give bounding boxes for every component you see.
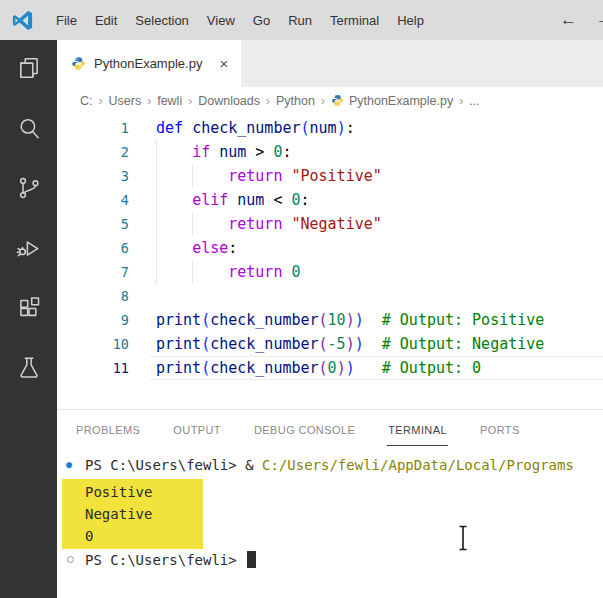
title-bar: FileEditSelectionViewGoRunTerminalHelp ←… [0,0,603,40]
menu-view[interactable]: View [198,13,244,28]
menu-terminal[interactable]: Terminal [321,13,388,28]
breadcrumb-segment[interactable]: Users [107,94,144,108]
breadcrumb-segment[interactable]: C: [78,94,95,108]
code-content: print(check_number(-5)) # Output: Negati… [150,332,603,356]
terminal-output-line: Negative [85,503,203,525]
terminal-output-line: 0 [85,525,203,547]
line-number: 6 [57,236,150,260]
activity-bar [0,40,57,598]
menu-go[interactable]: Go [244,13,279,28]
menu-file[interactable]: File [47,13,86,28]
indent-guide [156,260,157,284]
code-content: print(check_number(10)) # Output: Positi… [150,308,603,332]
terminal[interactable]: ●PS C:\Users\fewli> & C:/Users/fewli/App… [57,448,603,598]
code-line[interactable]: 1def check_number(num): [57,116,603,140]
explorer-icon[interactable] [15,54,42,81]
code-content: return 0 [150,260,603,284]
panel-tab-ports[interactable]: PORTS [479,413,521,446]
panel-tab-terminal[interactable]: TERMINAL [387,413,448,446]
breadcrumb-segment[interactable]: fewli [155,94,184,108]
breadcrumb-segment[interactable]: Python [274,94,317,108]
line-number: 11 [57,356,150,380]
command-decoration-icon[interactable] [67,556,74,563]
code-content: else: [150,236,603,260]
menu-bar: FileEditSelectionViewGoRunTerminalHelp [47,13,433,28]
close-icon[interactable]: × [219,56,228,71]
code-content: print(check_number(0)) # Output: 0 [150,356,603,380]
line-number: 3 [57,164,150,188]
chevron-right-icon: › [455,94,467,108]
chevron-right-icon: › [95,94,107,108]
code-line[interactable]: 8 [57,284,603,308]
vscode-window: { "titlebar": { "menus": ["File", "Edit"… [0,0,603,598]
line-number: 1 [57,116,150,140]
breadcrumb-segment[interactable]: Downloads [196,94,262,108]
python-file-icon [331,94,344,107]
code-content: def check_number(num): [150,116,603,140]
indent-guide [192,212,193,236]
code-content: return "Positive" [150,164,603,188]
line-number: 2 [57,140,150,164]
chevron-right-icon: › [262,94,274,108]
code-line[interactable]: 10print(check_number(-5)) # Output: Nega… [57,332,603,356]
line-number: 9 [57,308,150,332]
line-number: 8 [57,284,150,308]
code-line[interactable]: 2 if num > 0: [57,140,603,164]
code-line[interactable]: 7 return 0 [57,260,603,284]
code-line[interactable]: 3 return "Positive" [57,164,603,188]
terminal-cursor [247,551,256,568]
indent-guide [192,260,193,284]
code-content [150,284,603,308]
extensions-icon[interactable] [15,294,42,321]
chevron-right-icon: › [143,94,155,108]
indent-guide [156,188,157,212]
code-content: elif num < 0: [150,188,603,212]
command-decoration-icon[interactable]: ● [66,454,72,476]
line-number: 10 [57,332,150,356]
indent-guide [156,140,157,164]
panel-tab-debug-console[interactable]: DEBUG CONSOLE [253,413,356,446]
testing-icon[interactable] [15,354,42,381]
code-line[interactable]: 5 return "Negative" [57,212,603,236]
python-file-icon [71,56,86,71]
terminal-output-line: Positive [85,481,203,503]
menu-edit[interactable]: Edit [86,13,126,28]
indent-guide [192,164,193,188]
terminal-command-line[interactable]: ●PS C:\Users\fewli> & C:/Users/fewli/App… [57,454,603,476]
forward-arrow-icon[interactable]: → [596,9,603,29]
search-icon[interactable] [15,114,42,141]
chevron-right-icon: › [317,94,329,108]
line-number: 5 [57,212,150,236]
panel-tab-output[interactable]: OUTPUT [172,413,222,446]
bottom-panel: PROBLEMSOUTPUTDEBUG CONSOLETERMINALPORTS… [57,409,603,598]
code-line[interactable]: 11print(check_number(0)) # Output: 0 [57,356,603,380]
tab-pythonexample[interactable]: PythonExample.py × [57,40,241,87]
breadcrumb-filename: PythonExample.py [349,94,453,108]
tab-bar: PythonExample.py × [57,40,603,87]
code-line[interactable]: 6 else: [57,236,603,260]
breadcrumb-file[interactable]: PythonExample.py [329,94,455,108]
breadcrumb-tail[interactable]: ... [467,94,481,108]
panel-tabs: PROBLEMSOUTPUTDEBUG CONSOLETERMINALPORTS [57,410,603,448]
menu-help[interactable]: Help [388,13,433,28]
terminal-output-highlight[interactable]: PositiveNegative0 [62,479,203,549]
terminal-prompt-line[interactable]: PS C:\Users\fewli> [57,549,603,571]
code-line[interactable]: 4 elif num < 0: [57,188,603,212]
menu-run[interactable]: Run [279,13,321,28]
code-content: return "Negative" [150,212,603,236]
indent-guide [156,236,157,260]
indent-guide [156,164,157,188]
tab-label: PythonExample.py [94,56,202,71]
run-debug-icon[interactable] [15,234,42,261]
editor[interactable]: 1def check_number(num):2 if num > 0:3 re… [57,114,603,409]
chevron-right-icon: › [184,94,196,108]
source-control-icon[interactable] [15,174,42,201]
line-number: 4 [57,188,150,212]
line-number: 7 [57,260,150,284]
menu-selection[interactable]: Selection [126,13,197,28]
panel-tab-problems[interactable]: PROBLEMS [75,413,141,446]
vscode-logo-icon [11,9,34,32]
indent-guide [156,212,157,236]
code-content: if num > 0: [150,140,603,164]
code-line[interactable]: 9print(check_number(10)) # Output: Posit… [57,308,603,332]
